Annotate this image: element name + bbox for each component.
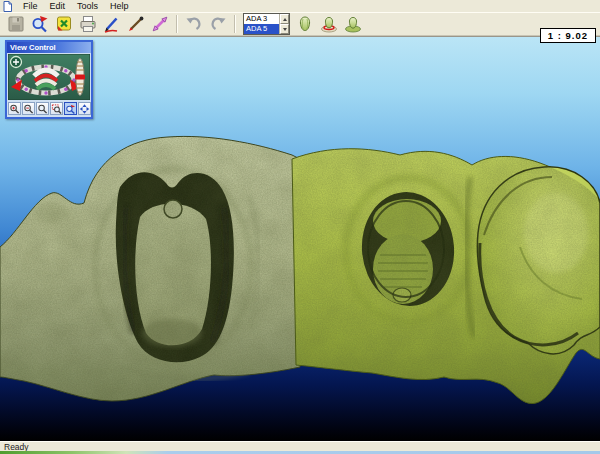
- toolbar-separator: [234, 15, 236, 33]
- menu-tools[interactable]: Tools: [72, 0, 103, 12]
- tooth-base-button[interactable]: [342, 13, 364, 35]
- viewport-3d[interactable]: View Control: [0, 36, 600, 441]
- model-right: [292, 149, 600, 404]
- model-left: [0, 136, 300, 401]
- save-icon: [6, 14, 26, 34]
- scroll-down-icon[interactable]: [280, 24, 289, 34]
- menu-edit[interactable]: Edit: [45, 0, 71, 12]
- draw-margin-icon: [102, 14, 122, 34]
- zoom-1to1-button[interactable]: [64, 102, 77, 115]
- pan-icon: [79, 103, 90, 115]
- view-control-titlebar[interactable]: View Control: [7, 42, 91, 53]
- print-button[interactable]: [77, 13, 99, 35]
- redo-icon: [208, 14, 228, 34]
- export-button[interactable]: [53, 13, 75, 35]
- tooth-base-icon: [343, 14, 363, 34]
- listbox-option[interactable]: ADA 3: [244, 14, 279, 24]
- wax-tool-button[interactable]: [125, 13, 147, 35]
- tooth-icon: [295, 14, 315, 34]
- undo-icon: [184, 14, 204, 34]
- draw-margin-button[interactable]: [101, 13, 123, 35]
- zoom-reset-icon: [37, 103, 48, 115]
- redo-button[interactable]: [207, 13, 229, 35]
- zoom-1to1-icon: [65, 103, 76, 115]
- status-bar: Ready: [0, 441, 600, 454]
- view-control-panel: View Control: [5, 40, 93, 119]
- tooth-button[interactable]: [294, 13, 316, 35]
- zoom-reset-button[interactable]: [36, 102, 49, 115]
- zoom-plus-badge[interactable]: [11, 57, 22, 68]
- toolbar-separator: [176, 15, 178, 33]
- app-window: File Edit Tools Help: [0, 0, 600, 454]
- wax-tool-icon: [126, 14, 146, 34]
- scan-button[interactable]: [29, 13, 51, 35]
- pan-button[interactable]: [78, 102, 91, 115]
- move-model-icon: [150, 14, 170, 34]
- menu-help[interactable]: Help: [105, 0, 134, 12]
- zoom-in-icon: [9, 103, 20, 115]
- listbox-option-selected[interactable]: ADA 5: [244, 24, 279, 34]
- toolbar: ADA 3 ADA 5: [0, 12, 600, 36]
- zoom-window-icon: [51, 103, 62, 115]
- ada-listbox[interactable]: ADA 3 ADA 5: [243, 13, 290, 35]
- scale-indicator: 1 : 9.02: [540, 28, 596, 43]
- zoom-out-icon: [23, 103, 34, 115]
- listbox-scrollbar[interactable]: [279, 14, 289, 34]
- scroll-up-icon[interactable]: [280, 14, 289, 24]
- zoom-in-button[interactable]: [8, 102, 21, 115]
- menu-file[interactable]: File: [18, 0, 43, 12]
- vertical-orbit-ring[interactable]: [75, 59, 85, 96]
- move-model-button[interactable]: [149, 13, 171, 35]
- print-icon: [78, 14, 98, 34]
- orbit-control[interactable]: [8, 54, 90, 100]
- undo-button[interactable]: [183, 13, 205, 35]
- save-button[interactable]: [5, 13, 27, 35]
- menu-bar: File Edit Tools Help: [0, 0, 600, 12]
- tooth-margin-icon: [319, 14, 339, 34]
- document-icon: [2, 1, 13, 12]
- zoom-window-button[interactable]: [50, 102, 63, 115]
- zoom-out-button[interactable]: [22, 102, 35, 115]
- export-icon: [54, 14, 74, 34]
- tooth-margin-button[interactable]: [318, 13, 340, 35]
- scan-icon: [30, 14, 50, 34]
- view-control-toolbar: [7, 101, 91, 117]
